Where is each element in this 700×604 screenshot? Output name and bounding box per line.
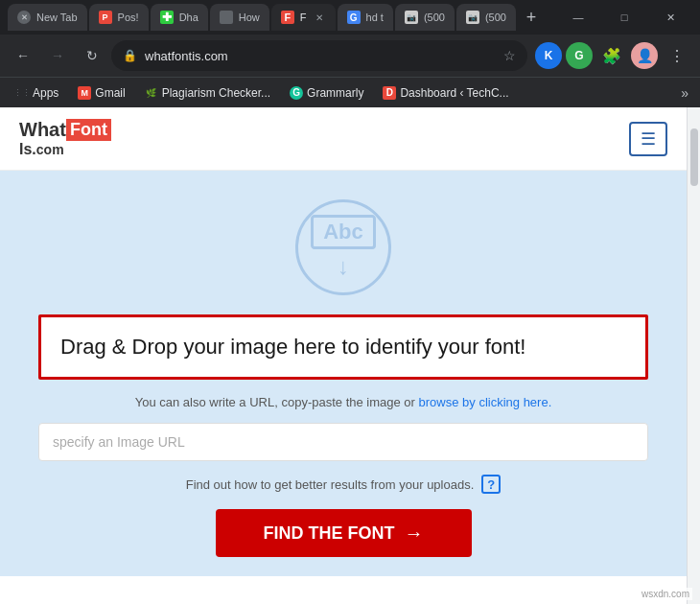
tab-hd-icon: G — [347, 11, 361, 24]
tab-new-tab[interactable]: ✕ New Tab — [8, 4, 87, 31]
drop-zone-outer: Abc ↓ Drag & Drop your image here to ide… — [0, 171, 687, 576]
abc-label-text: Abc — [311, 215, 376, 249]
browse-link[interactable]: browse by clicking here. — [419, 395, 552, 409]
help-button[interactable]: ? — [481, 475, 501, 494]
grammarly-icon: G — [290, 86, 303, 100]
chrome-menu-button[interactable]: ⋮ — [662, 40, 692, 71]
dashboard-icon: D — [383, 86, 396, 100]
gmail-icon: M — [78, 86, 91, 100]
window-controls: — □ ✕ — [556, 0, 692, 35]
reload-button[interactable]: ↻ — [77, 40, 107, 71]
back-button[interactable]: ← — [8, 40, 38, 71]
bookmark-dashboard-label: Dashboard ‹ TechC... — [400, 86, 508, 100]
better-results-row: Find out how to get better results from … — [38, 475, 648, 494]
url-input-wrapper[interactable]: specify an Image URL — [38, 423, 648, 461]
apps-grid-icon: ⋮⋮ — [15, 86, 29, 100]
url-input-placeholder: specify an Image URL — [53, 434, 185, 450]
bookmark-plagiarism-label: Plagiarism Checker... — [162, 86, 270, 100]
tab-how-label: How — [239, 12, 260, 23]
tab-how[interactable]: How — [210, 4, 269, 31]
bookmark-grammarly-label: Grammarly — [307, 86, 363, 100]
tab-dha-icon: ✚ — [160, 11, 174, 24]
tab-500a[interactable]: 📷 (500 — [395, 4, 455, 31]
bookmarks-more-button[interactable]: » — [677, 81, 692, 105]
tab-pos-label: Pos! — [118, 12, 139, 23]
tab-500b-label: (500 — [485, 12, 506, 23]
page-area: WhatFontIs.com ☰ Abc ↓ Drag & Drop your … — [0, 107, 700, 604]
tab-pos-icon: P — [99, 11, 112, 24]
forward-button[interactable]: → — [42, 40, 73, 71]
tab-500a-icon: 📷 — [405, 11, 418, 24]
tab-f[interactable]: F F ✕ — [271, 4, 336, 31]
profile-avatar[interactable]: 👤 — [631, 42, 658, 69]
drag-drop-zone[interactable]: Drag & Drop your image here to identify … — [38, 314, 648, 380]
abc-arrow-icon: ↓ — [338, 253, 349, 280]
find-btn-label: FIND THE FONT — [264, 523, 395, 544]
url-hint: You can also write a URL, copy-paste the… — [38, 395, 648, 409]
watermark: wsxdn.com — [639, 588, 692, 600]
tab-bar: ✕ New Tab P Pos! ✚ Dha How F F ✕ G hd t … — [0, 0, 700, 35]
tab-f-icon: F — [281, 11, 294, 24]
bookmark-star-icon[interactable]: ☆ — [503, 48, 516, 63]
site-content: WhatFontIs.com ☰ Abc ↓ Drag & Drop your … — [0, 107, 687, 604]
scrollbar[interactable] — [687, 107, 700, 604]
site-logo: WhatFontIs.com — [19, 119, 111, 158]
tab-f-close[interactable]: ✕ — [313, 11, 326, 24]
tab-how-icon — [220, 11, 233, 24]
tab-pos[interactable]: P Pos! — [89, 4, 149, 31]
address-box[interactable]: 🔒 whatfontis.com ☆ — [111, 40, 527, 71]
plagiarism-icon: 🌿 — [145, 86, 158, 100]
site-header: WhatFontIs.com ☰ — [0, 107, 687, 171]
tab-500b[interactable]: 📷 (500 — [456, 4, 516, 31]
maximize-button[interactable]: □ — [602, 0, 646, 35]
profile-buttons: K G — [535, 42, 593, 69]
tab-500a-label: (500 — [424, 12, 445, 23]
bookmark-gmail-label: Gmail — [95, 86, 125, 100]
logo-what: What — [19, 119, 66, 141]
better-results-text: Find out how to get better results from … — [186, 477, 475, 492]
hamburger-menu-button[interactable]: ☰ — [629, 122, 667, 156]
extensions-button[interactable]: 🧩 — [596, 40, 627, 71]
profile-g-button[interactable]: G — [566, 42, 593, 69]
new-tab-icon: ✕ — [17, 11, 31, 24]
close-button[interactable]: ✕ — [648, 0, 692, 35]
find-btn-arrow-icon: → — [405, 523, 424, 545]
scroll-thumb[interactable] — [690, 128, 698, 186]
bookmark-plagiarism[interactable]: 🌿 Plagiarism Checker... — [137, 82, 278, 104]
bookmark-dashboard[interactable]: D Dashboard ‹ TechC... — [375, 82, 516, 104]
bookmarks-bar: ⋮⋮ Apps M Gmail 🌿 Plagiarism Checker... … — [0, 77, 700, 107]
tab-500b-icon: 📷 — [466, 11, 479, 24]
url-display: whatfontis.com — [145, 49, 496, 63]
bookmark-gmail[interactable]: M Gmail — [70, 82, 132, 104]
logo-is: Is. — [19, 141, 36, 158]
drag-drop-text: Drag & Drop your image here to identify … — [60, 335, 626, 360]
url-hint-text: You can also write a URL, copy-paste the… — [135, 395, 419, 409]
tab-hd-label: hd t — [366, 12, 384, 23]
find-font-button[interactable]: FIND THE FONT → — [216, 509, 472, 557]
abc-icon: Abc ↓ — [311, 215, 376, 280]
bookmark-apps-label: Apps — [33, 86, 58, 100]
bookmark-apps[interactable]: ⋮⋮ Apps — [8, 82, 66, 104]
minimize-button[interactable]: — — [556, 0, 600, 35]
tab-hd[interactable]: G hd t — [338, 4, 393, 31]
logo-com: com — [36, 142, 64, 157]
bookmark-grammarly[interactable]: G Grammarly — [282, 82, 371, 104]
tab-dha[interactable]: ✚ Dha — [151, 4, 208, 31]
tab-dha-label: Dha — [179, 12, 198, 23]
browser-chrome: ✕ New Tab P Pos! ✚ Dha How F F ✕ G hd t … — [0, 0, 700, 107]
profile-k-button[interactable]: K — [535, 42, 562, 69]
address-bar-row: ← → ↻ 🔒 whatfontis.com ☆ K G 🧩 👤 ⋮ — [0, 35, 700, 77]
new-tab-button[interactable]: + — [518, 4, 545, 31]
upload-icon-circle: Abc ↓ — [295, 199, 391, 295]
logo-font: Font — [66, 119, 111, 141]
tab-new-tab-label: New Tab — [36, 12, 78, 23]
lock-icon: 🔒 — [123, 49, 137, 62]
tab-f-label: F — [300, 12, 307, 23]
